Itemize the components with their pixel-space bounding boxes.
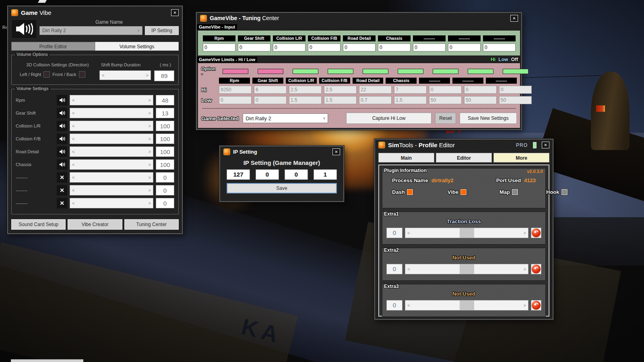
speaker-icon[interactable] <box>57 159 67 170</box>
input-field[interactable]: 0 <box>378 43 411 51</box>
speaker-button[interactable] <box>11 19 37 39</box>
extra1-slider[interactable] <box>405 228 528 238</box>
ip-octet-1[interactable]: 127 <box>227 169 250 180</box>
input-field[interactable]: 0 <box>343 43 376 51</box>
hi-value[interactable]: 0 <box>499 86 532 94</box>
input-field[interactable]: 0 <box>308 43 341 51</box>
ip-setting-titlebar[interactable]: IP Setting ✕ <box>220 146 343 157</box>
slider-thumb[interactable] <box>460 264 474 274</box>
option-swatch[interactable] <box>293 69 318 74</box>
volume-slider[interactable] <box>70 146 153 157</box>
speaker-icon[interactable] <box>57 134 67 144</box>
volume-slider[interactable] <box>70 185 153 195</box>
ip-setting-button[interactable]: IP Setting <box>145 26 179 35</box>
extra2-reset-button[interactable]: ↶ <box>531 264 541 274</box>
option-swatch[interactable] <box>363 69 388 74</box>
map-checkbox[interactable] <box>512 189 518 195</box>
extra2-slider[interactable] <box>405 264 528 274</box>
tuning-center-button[interactable]: Tuning Center <box>124 219 179 230</box>
input-field[interactable]: 0 <box>413 43 446 51</box>
low-value[interactable]: 1.5 <box>394 96 427 104</box>
volume-slider[interactable] <box>70 121 153 131</box>
mode-low-label[interactable]: Low <box>498 57 508 62</box>
hi-value[interactable]: 9250 <box>219 86 252 94</box>
volume-slider[interactable] <box>70 159 153 170</box>
save-button[interactable]: Save <box>227 183 337 193</box>
vibe-checkbox[interactable] <box>460 189 466 195</box>
hi-value[interactable]: 6 <box>254 86 287 94</box>
extra3-slider[interactable] <box>405 300 528 311</box>
front-back-checkbox[interactable] <box>79 71 85 78</box>
ip-octet-4[interactable]: 1 <box>314 169 337 180</box>
low-value[interactable]: 1.5 <box>289 96 322 104</box>
low-value[interactable]: 50 <box>499 96 532 104</box>
volume-slider[interactable] <box>70 95 153 105</box>
mute-x-icon[interactable]: ✕ <box>57 198 67 208</box>
hi-value[interactable]: 0 <box>429 86 462 94</box>
option-swatch[interactable] <box>223 69 248 74</box>
tab-volume-settings[interactable]: Volume Settings <box>95 42 179 51</box>
input-field[interactable]: 0 <box>448 43 481 51</box>
option-swatch[interactable] <box>258 69 283 74</box>
save-new-settings-button[interactable]: Save New Settings <box>460 113 517 124</box>
left-right-checkbox[interactable] <box>43 71 50 78</box>
tuning-center-titlebar[interactable]: GameVibe - Tuning Center ✕ <box>197 13 521 23</box>
close-icon[interactable]: ✕ <box>510 15 518 22</box>
close-icon[interactable]: ✕ <box>332 148 340 155</box>
close-icon[interactable]: ✕ <box>542 142 549 148</box>
option-swatch[interactable] <box>503 69 528 74</box>
slider-thumb[interactable] <box>460 300 474 310</box>
speaker-icon[interactable] <box>57 146 67 157</box>
hook-checkbox[interactable] <box>561 189 568 195</box>
hi-value[interactable]: 0 <box>464 86 497 94</box>
game-vibe-titlebar[interactable]: Game Vibe ✕ <box>8 6 182 19</box>
extra1-reset-button[interactable]: ↶ <box>531 228 541 238</box>
hi-value[interactable]: 2.5 <box>324 86 357 94</box>
game-selected-dropdown[interactable]: Dirt Rally 2 ˅ <box>243 113 328 123</box>
hi-value[interactable]: 22 <box>359 86 392 94</box>
option-swatch[interactable] <box>468 69 493 74</box>
sound-card-setup-button[interactable]: Sound Card Setup <box>11 219 66 230</box>
close-icon[interactable]: ✕ <box>171 9 179 16</box>
tab-editor[interactable]: Editor <box>436 153 492 162</box>
reset-button[interactable]: Reset <box>435 113 456 124</box>
low-value[interactable]: 0 <box>219 96 252 104</box>
volume-slider[interactable] <box>70 108 153 118</box>
speaker-icon[interactable] <box>57 108 67 118</box>
option-swatch[interactable] <box>433 69 458 74</box>
low-value[interactable]: 0.7 <box>359 96 392 104</box>
low-value[interactable]: 50 <box>429 96 462 104</box>
low-value[interactable]: 50 <box>464 96 497 104</box>
slider-thumb[interactable] <box>460 228 474 238</box>
ip-octet-2[interactable]: 0 <box>256 169 279 180</box>
mute-x-icon[interactable]: ✕ <box>57 172 67 183</box>
speaker-icon[interactable] <box>57 121 67 131</box>
tab-main[interactable]: Main <box>378 153 434 162</box>
game-name-dropdown[interactable]: Dirt Rally 2 ˅ <box>39 26 142 35</box>
input-field[interactable]: 0 <box>483 43 516 51</box>
input-field[interactable]: 0 <box>238 43 270 51</box>
extra3-reset-button[interactable]: ↶ <box>531 300 541 311</box>
input-field[interactable]: 0 <box>203 43 235 51</box>
volume-slider[interactable] <box>70 198 153 208</box>
tab-profile-editor[interactable]: Profile Editor <box>11 42 95 51</box>
mode-hi-label[interactable]: Hi <box>491 57 495 62</box>
hi-value[interactable]: 7 <box>394 86 427 94</box>
input-field[interactable]: 0 <box>273 43 305 51</box>
ip-octet-3[interactable]: 0 <box>285 169 308 180</box>
low-value[interactable]: 1.5 <box>324 96 357 104</box>
speaker-icon[interactable] <box>57 95 67 105</box>
capture-hi-low-button[interactable]: Capture Hi Low <box>346 113 431 124</box>
volume-slider[interactable] <box>70 172 153 183</box>
shift-bump-slider[interactable] <box>99 70 151 80</box>
tab-more[interactable]: More <box>493 153 549 162</box>
profile-editor-titlebar[interactable]: SimTools - Profile Editor PRO ✕ <box>375 140 553 150</box>
option-swatch[interactable] <box>398 69 423 74</box>
mode-off-label[interactable]: Off <box>511 57 518 62</box>
option-swatch[interactable] <box>328 69 353 74</box>
hi-value[interactable]: 2.5 <box>289 86 322 94</box>
vibe-creator-button[interactable]: Vibe Creator <box>68 219 122 230</box>
mute-x-icon[interactable]: ✕ <box>57 185 67 195</box>
volume-slider[interactable] <box>70 134 153 144</box>
low-value[interactable]: 0 <box>254 96 287 104</box>
